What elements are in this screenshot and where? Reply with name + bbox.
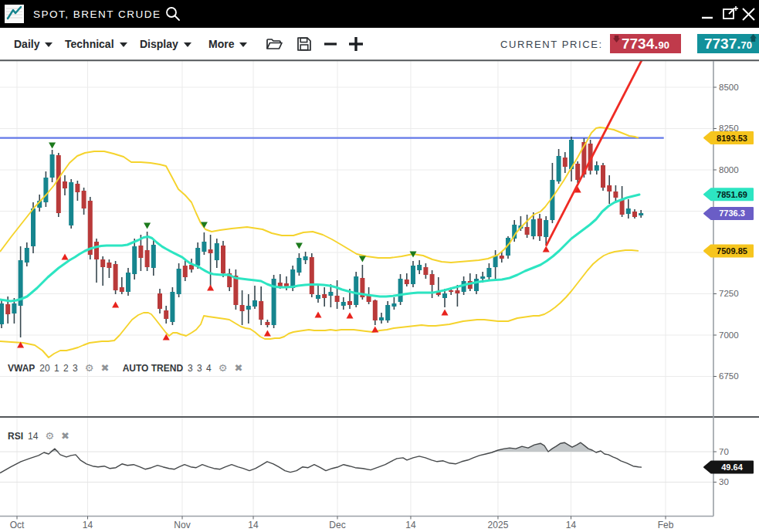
vwap-indicator-label: VWAP20 1 2 3⚙✖ <box>8 363 109 374</box>
buy-signal-marker <box>543 246 550 252</box>
arrow-down-icon <box>613 35 621 44</box>
candle-bearish <box>221 246 225 273</box>
candle-bullish <box>132 246 137 274</box>
indicator-row-overlays: VWAP20 1 2 3⚙✖ AUTO TREND3 3 4⚙✖ <box>8 362 253 374</box>
save-icon[interactable] <box>296 36 313 53</box>
ask-price-badge: 7737.70 <box>697 34 759 53</box>
candle-bearish <box>94 242 99 259</box>
price-badge-value: 7851.69 <box>717 190 747 199</box>
candle-bearish <box>563 158 568 167</box>
sell-signal-marker <box>144 223 151 229</box>
toolbar: Daily Technical Display More C <box>0 28 759 60</box>
rsi-indicator-label: RSI14⚙✖ <box>8 431 69 442</box>
candle-bearish <box>620 199 625 215</box>
candle-bearish <box>601 165 605 188</box>
sell-signal-marker <box>359 256 366 262</box>
candle-bullish <box>170 292 175 322</box>
price-tick-label: 8500 <box>719 83 739 92</box>
candle-bearish <box>405 280 409 284</box>
time-tick-label: Oct <box>10 520 25 530</box>
search-icon[interactable] <box>164 5 181 22</box>
indicator-params: 20 1 2 3 <box>39 363 77 374</box>
candle-bearish <box>75 184 80 192</box>
candle-bullish <box>417 265 422 270</box>
candle-bullish <box>595 165 599 171</box>
open-folder-icon[interactable] <box>266 36 283 53</box>
price-chart[interactable]: 8500825080007250700067507030Oct14Nov14De… <box>0 59 759 532</box>
candle-bullish <box>252 300 257 307</box>
candle-bearish <box>63 181 67 188</box>
zoom-out-icon[interactable] <box>323 36 340 53</box>
candle-bearish <box>158 293 162 309</box>
candle-bullish <box>0 303 4 324</box>
auto-trend-indicator-label: AUTO TREND3 3 4⚙✖ <box>123 363 243 374</box>
candle-bearish <box>56 155 61 213</box>
gear-icon[interactable]: ⚙ <box>45 430 54 442</box>
candle-bullish <box>303 256 308 260</box>
candle-bearish <box>164 310 168 319</box>
indicator-name: AUTO TREND <box>123 363 183 374</box>
buy-signal-marker <box>371 326 378 332</box>
ask-price-value: 7737. <box>704 36 741 52</box>
candle-bullish <box>391 303 396 307</box>
menu-display[interactable]: Display <box>140 28 191 60</box>
close-icon[interactable]: ✖ <box>61 430 69 442</box>
buy-signal-marker <box>264 330 271 337</box>
price-tick-label: 8000 <box>719 165 739 175</box>
candle-bearish <box>88 201 93 255</box>
close-icon[interactable]: ✖ <box>100 362 109 374</box>
bid-price-badge: 7734.90 <box>610 34 681 53</box>
gear-icon[interactable]: ⚙ <box>85 362 94 374</box>
rsi-value-badge-value: 49.64 <box>721 463 743 472</box>
menu-more[interactable]: More <box>208 28 247 60</box>
minimize-button[interactable] <box>700 5 717 23</box>
menu-label: Daily <box>14 38 39 50</box>
popout-window-button[interactable] <box>721 5 738 23</box>
price-tick-label: 7000 <box>719 330 739 340</box>
indicator-name: VWAP <box>8 363 35 374</box>
candle-bullish <box>50 154 55 178</box>
price-tick-label: 7250 <box>719 289 739 298</box>
candle-bearish <box>183 266 188 277</box>
time-tick-label: Dec <box>329 520 345 530</box>
indicator-params: 14 <box>28 431 38 442</box>
current-price-label: CURRENT PRICE: <box>500 28 603 60</box>
candle-bearish <box>455 290 459 293</box>
menu-technical[interactable]: Technical <box>65 28 127 60</box>
candle-bearish <box>138 246 143 258</box>
candle-bullish <box>626 208 631 214</box>
candle-bullish <box>411 266 415 284</box>
candle-bullish <box>354 276 358 305</box>
buy-signal-marker <box>347 312 354 318</box>
candle-bearish <box>107 263 111 268</box>
candle-bearish <box>632 212 637 217</box>
candle-bullish <box>25 248 29 263</box>
menu-label: Display <box>140 38 178 50</box>
candle-bearish <box>423 267 428 275</box>
rsi-tick-label: 30 <box>719 477 729 486</box>
candle-bearish <box>120 287 124 292</box>
buy-signal-marker <box>442 309 449 315</box>
candle-bullish <box>639 213 643 215</box>
candle-bearish <box>335 296 340 302</box>
candle-bullish <box>126 273 130 292</box>
candle-bearish <box>208 249 213 253</box>
indicator-row-rsi: RSI14⚙✖ <box>8 430 80 442</box>
close-icon[interactable]: ✖ <box>234 362 242 374</box>
zoom-in-icon[interactable] <box>347 36 364 53</box>
vwap-line <box>0 195 639 301</box>
candle-bearish <box>607 185 612 191</box>
candle-bearish <box>367 296 371 302</box>
candle-bullish <box>379 317 384 320</box>
candle-bullish <box>195 248 200 266</box>
price-badge-value: 7736.3 <box>719 208 745 218</box>
close-button[interactable] <box>740 5 757 23</box>
candle-bullish <box>69 182 73 225</box>
gear-icon[interactable]: ⚙ <box>219 362 228 374</box>
candle-bearish <box>575 164 580 180</box>
menu-timeframe[interactable]: Daily <box>14 28 53 60</box>
price-badge-value: 8193.53 <box>717 134 747 143</box>
time-tick-label: Nov <box>174 520 190 530</box>
candle-bearish <box>310 257 314 294</box>
candle-bearish <box>114 264 118 290</box>
